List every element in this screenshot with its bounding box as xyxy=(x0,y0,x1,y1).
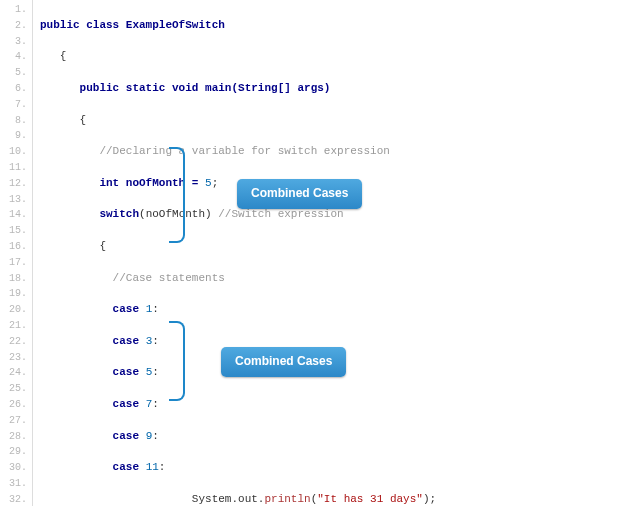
code-text: public static void main(String[] args) xyxy=(40,82,330,94)
code-text: : xyxy=(152,335,159,347)
code-text: case xyxy=(40,303,146,315)
line-number: 4. xyxy=(0,49,32,65)
code-editor: 1. 2. 3. 4. 5. 6. 7. 8. 9. 10. 11. 12. 1… xyxy=(0,0,624,506)
bracket-annotation-icon xyxy=(169,321,185,401)
line-number: 12. xyxy=(0,176,32,192)
code-string: "It has 31 days" xyxy=(317,493,423,505)
line-number: 16. xyxy=(0,239,32,255)
line-number: 1. xyxy=(0,2,32,18)
line-number: 7. xyxy=(0,97,32,113)
line-number: 13. xyxy=(0,192,32,208)
line-number: 20. xyxy=(0,302,32,318)
code-text: { xyxy=(40,240,106,252)
code-text: ; xyxy=(212,177,219,189)
code-line: case 7: xyxy=(40,397,482,413)
line-number: 19. xyxy=(0,286,32,302)
code-line: //Declaring a variable for switch expres… xyxy=(40,144,482,160)
line-number: 9. xyxy=(0,128,32,144)
code-text: : xyxy=(152,430,159,442)
line-number: 28. xyxy=(0,429,32,445)
code-text: ); xyxy=(423,493,436,505)
line-number: 14. xyxy=(0,207,32,223)
combined-cases-badge: Combined Cases xyxy=(237,179,362,209)
code-area: public class ExampleOfSwitch { public st… xyxy=(32,0,482,506)
code-line: { xyxy=(40,49,482,65)
line-number: 26. xyxy=(0,397,32,413)
line-number: 27. xyxy=(0,413,32,429)
code-line: case 11: xyxy=(40,460,482,476)
code-line: System.out.println("It has 31 days"); xyxy=(40,492,482,506)
code-comment: //Declaring a variable for switch expres… xyxy=(40,145,390,157)
line-number: 2. xyxy=(0,18,32,34)
bracket-annotation-icon xyxy=(169,147,185,243)
code-text: System.out. xyxy=(40,493,264,505)
line-number: 6. xyxy=(0,81,32,97)
line-number: 8. xyxy=(0,113,32,129)
code-function: println xyxy=(264,493,310,505)
code-line: //Case statements xyxy=(40,271,482,287)
code-line: case 9: xyxy=(40,429,482,445)
line-number: 32. xyxy=(0,492,32,506)
code-text: case xyxy=(40,430,146,442)
line-number: 17. xyxy=(0,255,32,271)
code-text: case xyxy=(40,335,146,347)
code-line: { xyxy=(40,239,482,255)
line-number: 22. xyxy=(0,334,32,350)
code-text: case xyxy=(40,398,146,410)
code-text: { xyxy=(40,50,66,62)
line-number: 21. xyxy=(0,318,32,334)
code-line: public static void main(String[] args) xyxy=(40,81,482,97)
code-line: switch(noOfMonth) //Switch expression xyxy=(40,207,482,223)
line-number: 31. xyxy=(0,476,32,492)
line-number: 29. xyxy=(0,444,32,460)
code-text: case xyxy=(40,366,146,378)
code-comment: //Case statements xyxy=(40,272,225,284)
line-number: 18. xyxy=(0,271,32,287)
code-number: 11 xyxy=(146,461,159,473)
line-number: 11. xyxy=(0,160,32,176)
code-text: { xyxy=(40,114,86,126)
code-line: case 1: xyxy=(40,302,482,318)
line-number: 30. xyxy=(0,460,32,476)
code-text: : xyxy=(152,398,159,410)
code-number: 5 xyxy=(205,177,212,189)
code-text: public class ExampleOfSwitch xyxy=(40,19,225,31)
code-keyword: switch xyxy=(40,208,139,220)
line-number: 23. xyxy=(0,350,32,366)
line-number-gutter: 1. 2. 3. 4. 5. 6. 7. 8. 9. 10. 11. 12. 1… xyxy=(0,0,33,506)
code-comment: //Switch expression xyxy=(218,208,343,220)
code-line: public class ExampleOfSwitch xyxy=(40,18,482,34)
line-number: 3. xyxy=(0,34,32,50)
code-line: { xyxy=(40,113,482,129)
line-number: 5. xyxy=(0,65,32,81)
line-number: 15. xyxy=(0,223,32,239)
combined-cases-badge: Combined Cases xyxy=(221,347,346,377)
line-number: 10. xyxy=(0,144,32,160)
code-text: : xyxy=(152,366,159,378)
line-number: 25. xyxy=(0,381,32,397)
code-text: : xyxy=(152,303,159,315)
code-text: case xyxy=(40,461,146,473)
line-number: 24. xyxy=(0,365,32,381)
code-text: : xyxy=(159,461,166,473)
